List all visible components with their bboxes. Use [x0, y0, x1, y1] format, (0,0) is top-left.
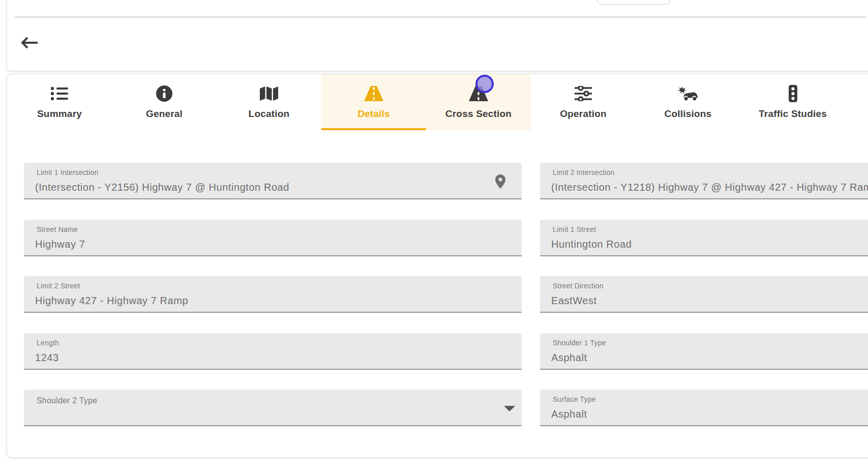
field-value: (Intersection - Y2156) Highway 7 @ Hunti… [35, 181, 289, 194]
field-shoulder-1-type[interactable]: Shoulder 1 Type Asphalt [540, 333, 868, 370]
field-limit-1-street[interactable]: Limit 1 Street Huntington Road [540, 220, 868, 256]
tab-general[interactable]: General [112, 74, 217, 130]
road-icon [469, 83, 488, 104]
form-column-left: Limit 1 Intersection (Intersection - Y21… [24, 163, 522, 447]
field-limit-2-intersection[interactable]: Limit 2 Intersection (Intersection - Y12… [540, 163, 868, 199]
tab-label: Operation [560, 108, 607, 120]
tab-location[interactable]: Location [217, 74, 321, 130]
field-label: Surface Type [553, 395, 596, 404]
tab-details[interactable]: Details [321, 74, 426, 130]
sliders-icon [575, 83, 592, 104]
field-value: (Intersection - Y1218) Highway 7 @ Highw… [551, 181, 868, 194]
active-tab-underline [321, 128, 426, 130]
header-divider [15, 17, 866, 17]
field-shoulder-2-type[interactable]: Shoulder 2 Type [24, 390, 522, 426]
info-circle-icon [156, 83, 172, 104]
field-label: Street Direction [553, 282, 604, 290]
header-card [7, 0, 868, 71]
field-label: Shoulder 2 Type [37, 396, 97, 406]
field-limit-2-street[interactable]: Limit 2 Street Highway 427 - Highway 7 R… [24, 276, 522, 313]
field-surface-type[interactable]: Surface Type Asphalt [540, 390, 868, 426]
field-value: 1243 [35, 351, 59, 364]
field-value: Asphalt [551, 407, 587, 421]
field-value: Huntington Road [551, 238, 632, 251]
tab-operation[interactable]: Operation [531, 74, 636, 130]
field-street-direction[interactable]: Street Direction EastWest [540, 276, 868, 313]
field-limit-1-intersection[interactable]: Limit 1 Intersection (Intersection - Y21… [24, 163, 522, 199]
content-card: Summary General Location [7, 74, 868, 458]
tab-label: Summary [37, 108, 82, 120]
tab-cross-section[interactable]: Cross Section [426, 74, 531, 130]
field-value: Asphalt [551, 351, 587, 364]
tab-summary[interactable]: Summary [7, 74, 112, 130]
tab-label: Location [249, 108, 290, 120]
tab-bar: Summary General Location [7, 74, 845, 130]
map-pin-icon[interactable] [495, 174, 505, 189]
field-label: Limit 1 Street [553, 225, 596, 234]
field-label: Length [37, 339, 59, 347]
map-icon [260, 83, 278, 104]
field-street-name[interactable]: Street Name Highway 7 [24, 220, 522, 256]
tab-label: Collisions [665, 108, 712, 120]
field-label: Street Name [37, 225, 78, 234]
traffic-light-icon [789, 83, 797, 104]
back-button[interactable] [16, 32, 43, 53]
field-value: Highway 427 - Highway 7 Ramp [35, 294, 188, 307]
form-column-right: Limit 2 Intersection (Intersection - Y12… [540, 163, 868, 447]
list-icon [51, 83, 68, 104]
tab-label: Traffic Studies [759, 108, 827, 120]
field-value: EastWest [551, 294, 597, 307]
tab-label: Cross Section [445, 108, 512, 120]
header-action-button[interactable] [597, 0, 670, 5]
tab-traffic-studies[interactable]: Traffic Studies [740, 74, 845, 130]
field-label: Limit 2 Intersection [553, 168, 615, 177]
field-length[interactable]: Length 1243 [24, 333, 522, 370]
tab-collisions[interactable]: Collisions [636, 74, 740, 130]
field-label: Shoulder 1 Type [553, 339, 606, 347]
tab-label: Details [357, 108, 390, 120]
road-icon [364, 83, 383, 104]
caret-down-icon [504, 406, 515, 411]
cursor-click-indicator [475, 75, 494, 93]
field-label: Limit 1 Intersection [37, 168, 99, 177]
arrow-left-icon [20, 36, 39, 50]
field-label: Limit 2 Street [37, 282, 80, 290]
tab-label: General [146, 108, 183, 120]
car-crash-icon [678, 83, 698, 104]
field-value: Highway 7 [35, 238, 85, 251]
